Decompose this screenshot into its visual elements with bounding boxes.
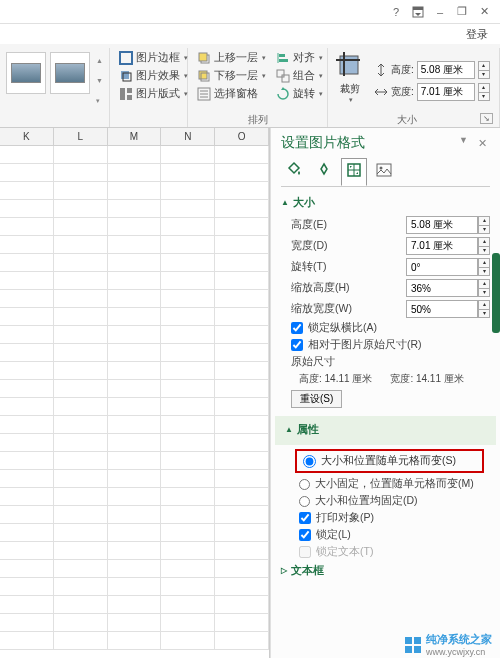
cell[interactable] [215,398,269,415]
cell[interactable] [108,488,162,505]
cell[interactable] [161,308,215,325]
cell[interactable] [0,362,54,379]
cell[interactable] [54,470,108,487]
effects-tab[interactable] [311,158,337,182]
cell[interactable] [161,326,215,343]
cell[interactable] [0,308,54,325]
cell[interactable] [215,470,269,487]
cell[interactable] [54,596,108,613]
cell[interactable] [108,218,162,235]
lock-aspect-checkbox[interactable]: 锁定纵横比(A) [291,321,490,335]
cell[interactable] [215,452,269,469]
cell[interactable] [215,614,269,631]
table-row[interactable] [0,632,269,650]
table-row[interactable] [0,272,269,290]
cell[interactable] [161,542,215,559]
table-row[interactable] [0,362,269,380]
move-size-with-cells-radio[interactable]: 大小和位置随单元格而变(S) [295,449,484,473]
table-row[interactable] [0,434,269,452]
cell[interactable] [54,218,108,235]
cell[interactable] [108,182,162,199]
cell[interactable] [54,560,108,577]
rotate-input[interactable] [406,258,478,276]
crop-dropdown[interactable]: ▾ [349,96,353,104]
cell[interactable] [0,452,54,469]
cell[interactable] [0,290,54,307]
table-row[interactable] [0,236,269,254]
cells-area[interactable] [0,146,269,650]
spinner-down[interactable]: ▾ [478,70,490,79]
cell[interactable] [161,452,215,469]
spinner-up[interactable]: ▴ [478,237,490,246]
cell[interactable] [54,290,108,307]
column-header[interactable]: N [161,128,215,145]
cell[interactable] [161,434,215,451]
pane-dropdown[interactable]: ▼ [459,135,468,151]
cell[interactable] [108,380,162,397]
cell[interactable] [161,560,215,577]
bring-forward-button[interactable]: 上移一层▾ [194,50,269,66]
cell[interactable] [215,506,269,523]
cell[interactable] [215,236,269,253]
cell[interactable] [215,308,269,325]
spinner-down[interactable]: ▾ [478,309,490,318]
cell[interactable] [108,470,162,487]
cell[interactable] [0,218,54,235]
cell[interactable] [54,488,108,505]
table-row[interactable] [0,218,269,236]
cell[interactable] [108,200,162,217]
cell[interactable] [215,218,269,235]
cell[interactable] [161,164,215,181]
cell[interactable] [0,614,54,631]
textbox-section-header[interactable]: ▷文本框 [281,563,490,578]
table-row[interactable] [0,542,269,560]
attributes-section-header[interactable]: ▲属性 [285,422,492,437]
cell[interactable] [0,596,54,613]
scale-height-input[interactable] [406,279,478,297]
scrollbar-thumb[interactable] [492,253,500,333]
cell[interactable] [161,416,215,433]
fill-tab[interactable] [281,158,307,182]
cell[interactable] [0,326,54,343]
cell[interactable] [161,200,215,217]
table-row[interactable] [0,578,269,596]
cell[interactable] [0,542,54,559]
cell[interactable] [215,416,269,433]
column-header[interactable]: M [108,128,162,145]
cell[interactable] [161,380,215,397]
cell[interactable] [161,488,215,505]
cell[interactable] [215,380,269,397]
cell[interactable] [161,578,215,595]
cell[interactable] [54,380,108,397]
cell[interactable] [0,506,54,523]
cell[interactable] [0,380,54,397]
picture-style-preset-1[interactable] [6,52,46,94]
cell[interactable] [54,164,108,181]
cell[interactable] [108,596,162,613]
column-header[interactable]: O [215,128,269,145]
table-row[interactable] [0,182,269,200]
cell[interactable] [0,146,54,163]
cell[interactable] [0,470,54,487]
cell[interactable] [54,416,108,433]
table-row[interactable] [0,614,269,632]
cell[interactable] [0,272,54,289]
cell[interactable] [108,290,162,307]
print-object-checkbox[interactable]: 打印对象(P) [299,511,490,525]
cell[interactable] [0,578,54,595]
cell[interactable] [161,290,215,307]
spinner-up[interactable]: ▴ [478,258,490,267]
spinner-up[interactable]: ▴ [478,83,490,92]
cell[interactable] [0,254,54,271]
picture-tab[interactable] [371,158,397,182]
cell[interactable] [161,524,215,541]
cell[interactable] [0,182,54,199]
table-row[interactable] [0,470,269,488]
cell[interactable] [108,542,162,559]
cell[interactable] [0,236,54,253]
cell[interactable] [108,344,162,361]
cell[interactable] [54,506,108,523]
rotate-button[interactable]: 旋转▾ [273,86,326,102]
move-not-size-radio[interactable]: 大小固定，位置随单元格而变(M) [299,477,490,491]
cell[interactable] [54,524,108,541]
